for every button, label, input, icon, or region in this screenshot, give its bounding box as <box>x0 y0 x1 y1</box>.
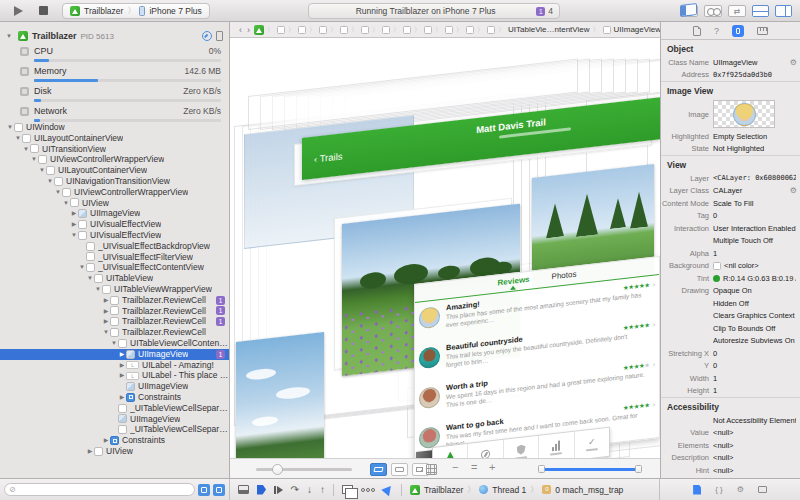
profile-icon[interactable] <box>202 31 212 41</box>
tree-row[interactable]: ▼UIWindow <box>0 122 229 133</box>
hide-debug-area-button[interactable] <box>238 485 249 494</box>
toggle-navigator-button[interactable] <box>680 3 697 17</box>
tree-row[interactable]: ▶UIVisualEffectView <box>0 219 229 230</box>
zoom-in-button[interactable]: + <box>489 461 495 473</box>
visible-range-slider[interactable] <box>538 465 642 473</box>
step-into-button[interactable]: ↓ <box>307 485 312 495</box>
disclosure-triangle[interactable]: ▶ <box>86 446 94 456</box>
app-tab-location-arrow[interactable]: Near Me <box>433 444 468 458</box>
disclosure-triangle[interactable]: ▶ <box>118 392 126 403</box>
run-button[interactable] <box>14 6 23 16</box>
issue-count[interactable]: 4 <box>548 6 553 16</box>
disclosure-triangle[interactable]: ▶ <box>102 306 110 317</box>
mode-3d-button[interactable] <box>370 463 387 476</box>
breadcrumb-item-truncated[interactable]: UITableVie…ntentView <box>508 25 590 34</box>
zoom-actual-button[interactable]: = <box>471 461 477 473</box>
tree-row[interactable]: ▼UITableViewCellContentView <box>0 338 229 349</box>
sky-photo-plane[interactable] <box>236 332 324 458</box>
tree-row[interactable]: ▶Trailblazer.ReviewCell1 <box>0 295 229 306</box>
disclosure-triangle[interactable]: ▶ <box>118 370 126 381</box>
gear-icon[interactable]: ⚙ <box>790 58 797 67</box>
tree-row[interactable]: ▶LUILabel - Amazing! <box>0 360 229 371</box>
tree-row[interactable]: _UIVisualEffectFilterView <box>0 252 229 263</box>
range-handle-right[interactable] <box>635 465 642 473</box>
breadcrumb-view-icon[interactable] <box>445 26 453 34</box>
tree-row[interactable]: ▶LUILabel - This place has… <box>0 370 229 381</box>
filter-option-button-2[interactable] <box>213 484 225 496</box>
tree-row[interactable]: _UITableViewCellSeparatorVi… <box>0 424 229 435</box>
forward-button[interactable]: › <box>246 25 251 35</box>
disclosure-triangle[interactable]: ▼ <box>6 122 14 133</box>
disclosure-triangle[interactable]: ▼ <box>6 33 14 39</box>
size-inspector-icon[interactable] <box>757 27 768 35</box>
breadcrumb-view-icon[interactable] <box>403 26 411 34</box>
breadcrumb-view-icon[interactable] <box>424 26 432 34</box>
tree-row[interactable]: UIImageView <box>0 381 229 392</box>
toggle-debug-area-button[interactable] <box>752 5 769 17</box>
app-icon[interactable] <box>254 25 264 35</box>
back-button[interactable]: ‹ <box>238 25 243 35</box>
gear-icon[interactable]: ⚙ <box>790 186 797 195</box>
continue-button[interactable] <box>274 486 283 494</box>
tree-row[interactable]: ▼UIVisualEffectView <box>0 230 229 241</box>
filter-option-button[interactable] <box>198 484 210 496</box>
tree-row[interactable]: ▼_UIVisualEffectContentView <box>0 262 229 273</box>
disclosure-triangle[interactable]: ▼ <box>30 154 38 165</box>
filter-input[interactable]: ⊘ <box>4 483 195 496</box>
debug-thread[interactable]: Thread 1 <box>492 485 526 495</box>
toggle-inspector-button[interactable] <box>775 5 792 17</box>
3d-hierarchy-scene[interactable]: ‹ Trails Matt Davis Trail Reviews Photos… <box>230 38 660 458</box>
disclosure-triangle[interactable]: ▶ <box>102 316 110 327</box>
tree-row[interactable]: _UITableViewCellSeparatorV… <box>0 403 229 414</box>
disclosure-triangle[interactable]: ▼ <box>14 133 22 144</box>
breakpoints-toggle-button[interactable] <box>257 485 266 495</box>
tree-row[interactable]: ▶UIImageView1 <box>0 349 229 360</box>
tree-row[interactable]: ▶UIView <box>0 446 229 456</box>
tree-row[interactable]: UIImageView <box>0 414 229 425</box>
disclosure-triangle[interactable]: ▶ <box>70 219 78 230</box>
tree-row[interactable]: ▶Constraints <box>0 392 229 403</box>
breadcrumb-view-icon[interactable] <box>466 26 474 34</box>
disclosure-triangle[interactable]: ▼ <box>78 262 86 273</box>
breadcrumb-view-icon[interactable] <box>361 26 369 34</box>
app-tab-shield[interactable] <box>504 436 539 458</box>
disclosure-triangle[interactable]: ▼ <box>86 273 94 284</box>
object-inspector-icon[interactable] <box>732 25 744 37</box>
gauge-row-network[interactable]: NetworkZero KB/s <box>0 104 229 124</box>
breadcrumb-view-icon[interactable] <box>319 26 327 34</box>
stop-button[interactable] <box>39 6 48 15</box>
step-out-button[interactable]: ↑ <box>320 485 325 495</box>
spacing-slider[interactable] <box>256 468 352 471</box>
gauge-row-cpu[interactable]: CPU0% <box>0 44 229 64</box>
disclosure-triangle[interactable]: ▶ <box>118 360 126 371</box>
tree-row[interactable]: ▼Trailblazer.ReviewCell <box>0 327 229 338</box>
step-over-button[interactable]: ↷ <box>291 485 299 495</box>
code-snippet-library-icon[interactable]: { } <box>715 485 723 494</box>
breadcrumb-view-icon[interactable] <box>487 26 495 34</box>
disclosure-triangle[interactable]: ▼ <box>110 338 118 349</box>
tree-row[interactable]: ▶UIImageView <box>0 208 229 219</box>
quick-help-icon[interactable]: ? <box>714 26 719 36</box>
gauge-row-disk[interactable]: DiskZero KB/s <box>0 84 229 104</box>
disclosure-triangle[interactable]: ▶ <box>102 435 110 446</box>
disclosure-triangle[interactable]: ▼ <box>62 198 70 209</box>
tree-row[interactable]: ▼UITableView <box>0 273 229 284</box>
disclosure-triangle[interactable]: ▶ <box>70 208 78 219</box>
app-tab-bar-chart[interactable] <box>539 432 574 458</box>
disclosure-triangle[interactable]: ▼ <box>38 165 46 176</box>
process-row[interactable]: ▼ Trailblazer PID 5613 <box>0 28 229 44</box>
disclosure-triangle[interactable]: ▶ <box>102 295 110 306</box>
disclosure-triangle[interactable]: ▼ <box>102 327 110 338</box>
mode-2d-button[interactable] <box>391 463 408 476</box>
tree-row[interactable]: ▼UINavigationTransitionView <box>0 176 229 187</box>
assistant-editor-button[interactable] <box>704 5 722 17</box>
memory-icon[interactable] <box>216 31 223 41</box>
breadcrumb-view-icon[interactable] <box>340 26 348 34</box>
reviews-table-plane[interactable]: Reviews Photos Amazing!★★★★★›This place … <box>414 256 660 458</box>
disclosure-triangle[interactable]: ▼ <box>54 187 62 198</box>
tree-row[interactable]: ▼UILayoutContainerView <box>0 133 229 144</box>
file-inspector-icon[interactable] <box>693 26 701 36</box>
media-library-icon[interactable] <box>758 486 767 493</box>
tree-row[interactable]: ▼UIViewControllerWrapperView <box>0 187 229 198</box>
breadcrumb-view-icon[interactable] <box>298 26 306 34</box>
